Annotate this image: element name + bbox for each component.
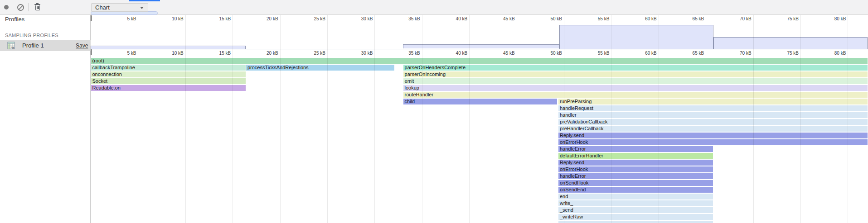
ruler-tick-label: 5 kB (116, 51, 136, 56)
ruler-tick-label: 40 kB (447, 51, 467, 56)
flame-frame-runpreparsing[interactable]: runPreParsing (558, 99, 868, 104)
flame-frame--send[interactable]: _send (558, 207, 713, 213)
overview-area-step (559, 25, 713, 49)
flame-frame-emit[interactable]: emit (403, 78, 868, 84)
profiles-sidebar: Profiles SAMPLING PROFILES % Profile 1 S… (0, 15, 91, 223)
ruler-tick-label: 70 kB (732, 51, 752, 56)
flame-frame-reply-send[interactable]: Reply.send (558, 160, 713, 166)
flame-frame-onsendhook[interactable]: onSendHook (558, 180, 713, 186)
flame-frame--root-[interactable]: (root) (91, 58, 868, 64)
ruler-tick-label: 30 kB (353, 51, 373, 56)
ruler-tick-label: 60 kB (637, 51, 657, 56)
sidebar-item-profile-1[interactable]: % Profile 1 Save (0, 40, 91, 51)
view-mode-select[interactable]: Chart (91, 3, 148, 12)
ruler-tick-label: 25 kB (305, 51, 325, 56)
ruler-origin-tick (91, 49, 92, 55)
ruler-tick-label: 35 kB (400, 51, 420, 56)
flame-frame-routehandler[interactable]: routeHandler (403, 92, 868, 98)
toolbar-divider (28, 3, 29, 11)
flame-frame-reply-send[interactable]: Reply.send (558, 133, 868, 138)
flame-frame-write-[interactable]: write_ (558, 200, 713, 206)
flame-frame-handleerror[interactable]: handleError (558, 146, 713, 152)
toolbar: Chart (0, 0, 868, 15)
flame-frame-processticksandrejections[interactable]: processTicksAndRejections (246, 65, 394, 71)
record-icon[interactable] (4, 5, 9, 9)
flame-frame-handleerror[interactable]: handleError (558, 173, 713, 179)
flame-frame-parseronincoming[interactable]: parserOnIncoming (403, 71, 868, 77)
ruler-tick-label: 55 kB (589, 51, 609, 56)
flame-frame-parseronheaderscomplete[interactable]: parserOnHeadersComplete (403, 65, 868, 71)
flame-frame-defaulterrorhandler[interactable]: defaultErrorHandler (558, 153, 713, 159)
flame-frame-socket[interactable]: Socket (91, 78, 246, 84)
overview-area-step (713, 37, 868, 49)
ruler-origin-tick (91, 15, 92, 21)
chevron-down-icon (140, 7, 144, 9)
svg-text:%: % (11, 46, 15, 50)
ruler-tick-label: 10 kB (164, 51, 184, 56)
view-mode-selected-value: Chart (95, 4, 110, 11)
allocation-flame-chart: 5 kB10 kB15 kB20 kB25 kB30 kB35 kB40 kB4… (91, 15, 868, 223)
sampling-profiles-group-header: SAMPLING PROFILES (5, 33, 58, 38)
ruler-tick-label: 20 kB (258, 51, 278, 56)
profiles-header: Profiles (5, 16, 24, 23)
flame-frame-onsendend[interactable]: onSendEnd (558, 187, 713, 193)
clear-all-icon[interactable] (17, 4, 24, 11)
selected-tab-indicator (129, 0, 160, 1)
flame-frame-onerrorhook[interactable]: onErrorHook (558, 166, 713, 172)
flame-frame-clipped[interactable] (558, 221, 713, 223)
trash-icon[interactable] (34, 3, 41, 11)
ruler-tick-label: 75 kB (779, 51, 799, 56)
save-profile-link[interactable]: Save (76, 43, 88, 49)
overview-area-step (91, 46, 246, 49)
flame-frame-prevalidationcallback[interactable]: preValidationCallback (558, 119, 868, 125)
flame-frame-handler[interactable]: handler (558, 112, 868, 118)
flame-frame-handlerequest[interactable]: handleRequest (558, 105, 868, 111)
ruler-tick-label: 45 kB (495, 51, 515, 56)
overview-area-step (403, 44, 559, 48)
flame-frame-end[interactable]: end (558, 194, 713, 199)
ruler-tick-label: 65 kB (684, 51, 704, 56)
flame-frame-callbacktrampoline[interactable]: callbackTrampoline (91, 65, 246, 71)
flame-frame--writeraw[interactable]: _writeRaw (558, 214, 713, 220)
ruler-tick-label: 80 kB (826, 51, 846, 56)
overview-pane[interactable] (91, 15, 868, 49)
ruler-tick-label: 50 kB (542, 51, 562, 56)
flame-frame-lookup[interactable]: lookup (403, 85, 868, 91)
profile-document-icon: % (7, 42, 15, 49)
overview-scroll-pill (91, 11, 158, 15)
profile-name: Profile 1 (22, 42, 44, 49)
ruler-tick-label: 15 kB (211, 51, 231, 56)
flame-frame-onerrorhook[interactable]: onErrorHook (558, 139, 868, 145)
flame-frame-prehandlercallback[interactable]: preHandlerCallback (558, 126, 868, 132)
memory-profiler-panel: { "toolbar": { "chart_select_value": "Ch… (0, 0, 868, 223)
flame-frame-child[interactable]: child (403, 99, 557, 104)
flame-frame-onconnection[interactable]: onconnection (91, 71, 246, 77)
flame-frame-readable-on[interactable]: Readable.on (91, 85, 246, 91)
